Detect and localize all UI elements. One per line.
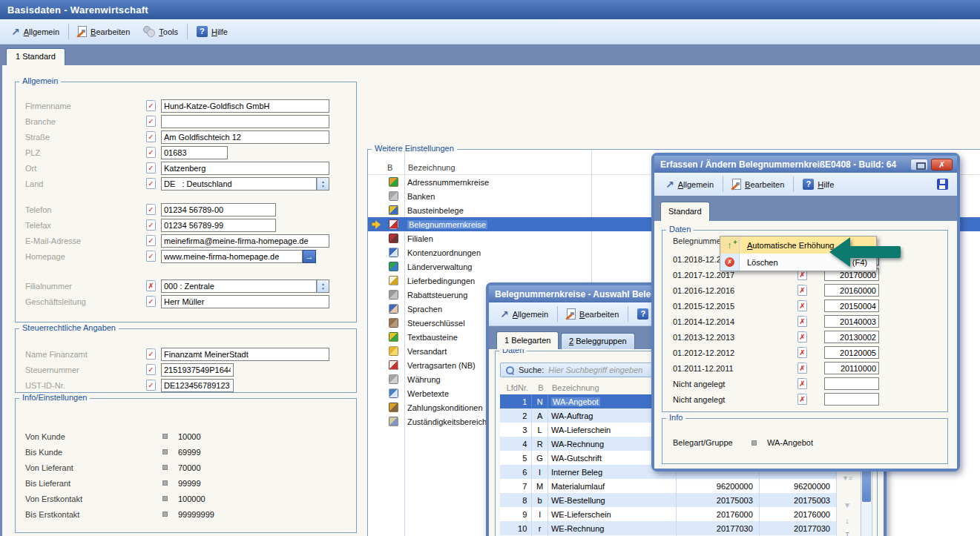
belegnr-input[interactable]: 20150004 bbox=[824, 300, 879, 312]
field-label: Homepage bbox=[25, 252, 146, 261]
doc-x-icon[interactable] bbox=[798, 285, 807, 296]
field-input[interactable] bbox=[161, 219, 276, 232]
save-icon[interactable] bbox=[937, 179, 948, 190]
menu-tools[interactable]: Tools bbox=[137, 24, 185, 39]
sd-menu-allgemein[interactable]: ↗ Allgemein bbox=[493, 308, 555, 321]
belegnr-row-7: 01.2011-12.201120110000 bbox=[662, 360, 947, 376]
scroll-end-icon[interactable]: ↧ bbox=[838, 531, 856, 536]
cell-b: L bbox=[532, 423, 548, 437]
doc-check-icon[interactable] bbox=[146, 178, 156, 189]
belegnr-input[interactable] bbox=[824, 393, 879, 406]
steuer-field-input[interactable] bbox=[161, 363, 234, 377]
menu-hilfe[interactable]: ? Hilfe bbox=[190, 24, 234, 39]
settings-item-icon bbox=[389, 374, 398, 384]
scroll-down-icon[interactable]: ↓ bbox=[838, 516, 856, 525]
ed-menu-hilfe[interactable]: ? Hilfe bbox=[796, 176, 841, 192]
belegnr-input[interactable]: 20110000 bbox=[824, 362, 879, 374]
belegnr-range-label: 01.2017-12.2017 bbox=[673, 271, 798, 279]
field-input-wrap: ▲▼ bbox=[161, 279, 329, 293]
field-input[interactable] bbox=[161, 250, 303, 263]
doc-check-icon[interactable] bbox=[146, 116, 156, 127]
doc-check-icon[interactable] bbox=[146, 204, 156, 215]
settings-item-label: Bausteinbelege bbox=[404, 206, 464, 215]
table-row-10[interactable]: 10rWE-Rechnung2017703020177030 bbox=[500, 521, 837, 535]
field-input[interactable] bbox=[161, 162, 329, 175]
doc-x-icon[interactable] bbox=[798, 331, 807, 343]
doc-check-icon[interactable] bbox=[146, 251, 156, 262]
sd-scrollbar-thumb[interactable] bbox=[862, 469, 871, 502]
spinner-down-icon[interactable]: ▼ bbox=[321, 184, 325, 188]
doc-x-icon[interactable] bbox=[146, 280, 156, 291]
belegnr-input[interactable]: 20160000 bbox=[824, 284, 879, 297]
field-input[interactable] bbox=[161, 177, 317, 191]
cell-bezeichnung-text: WA-Lieferschein bbox=[551, 426, 611, 434]
doc-check-icon[interactable] bbox=[146, 162, 156, 173]
field-input[interactable] bbox=[161, 115, 329, 128]
field-input[interactable] bbox=[161, 146, 228, 159]
settings-item-text: Belegnummernkreise bbox=[407, 220, 487, 229]
doc-check-icon[interactable] bbox=[146, 364, 156, 375]
steuer-field-input[interactable] bbox=[161, 379, 234, 392]
tab-belegarten[interactable]: 1 Belegarten bbox=[496, 331, 559, 349]
arrow-head bbox=[375, 220, 381, 229]
spinner-down-icon[interactable]: ▼ bbox=[321, 286, 325, 291]
field-row: Telefax bbox=[25, 218, 356, 232]
doc-check-icon[interactable] bbox=[146, 100, 156, 111]
doc-check-icon[interactable] bbox=[146, 348, 156, 360]
field-input[interactable] bbox=[161, 234, 329, 248]
tab-standard[interactable]: 1 Standard bbox=[6, 48, 65, 65]
doc-check-icon[interactable] bbox=[146, 296, 156, 307]
field-input[interactable] bbox=[161, 279, 317, 293]
field-input[interactable] bbox=[161, 130, 329, 144]
belegnr-input[interactable]: 20120005 bbox=[824, 346, 879, 359]
edit-dialog: Erfassen / Ändern BelegnummernkreißE0408… bbox=[651, 153, 960, 472]
doc-x-icon[interactable] bbox=[798, 394, 807, 405]
menu-item-automatische-erhoehung[interactable]: ↑ Automatische Erhöhung bbox=[720, 236, 876, 254]
belegnr-input[interactable] bbox=[824, 377, 879, 390]
edit-dialog-titlebar[interactable]: Erfassen / Ändern BelegnummernkreißE0408… bbox=[654, 156, 957, 173]
ed-menu-allgemein[interactable]: ↗ Allgemein bbox=[659, 178, 720, 191]
menu-item-loeschen[interactable]: ✗ Löschen (F4) bbox=[720, 254, 876, 271]
ed-info-label: Belegart/Gruppe bbox=[673, 438, 752, 447]
doc-check-icon[interactable] bbox=[146, 235, 156, 246]
doc-x-icon[interactable] bbox=[798, 378, 807, 389]
filter-icon[interactable]: ▼≡ bbox=[838, 474, 856, 482]
field-input-wrap bbox=[161, 295, 329, 308]
field-input[interactable] bbox=[161, 203, 276, 216]
sd-menu-bearbeiten[interactable]: Bearbeiten bbox=[560, 306, 625, 322]
table-row-7[interactable]: 7MMaterialumlauf9620000096200000 bbox=[500, 479, 837, 493]
settings-item-label: Rabattsteuerung bbox=[404, 291, 467, 300]
spinner-control[interactable]: ▲▼ bbox=[317, 279, 329, 293]
open-homepage-button[interactable]: → bbox=[303, 250, 316, 263]
belegnr-input[interactable]: 20130002 bbox=[824, 331, 879, 343]
doc-x-icon[interactable] bbox=[798, 316, 807, 327]
settings-item-icon bbox=[389, 346, 398, 356]
belegnr-input[interactable]: 20140003 bbox=[824, 315, 879, 328]
doc-check-icon[interactable] bbox=[146, 147, 156, 158]
toolbar-separator bbox=[628, 306, 628, 322]
close-button[interactable]: ✗ bbox=[931, 159, 953, 171]
field-input[interactable] bbox=[161, 295, 329, 308]
doc-x-icon[interactable] bbox=[798, 347, 807, 358]
tab-standard-edit[interactable]: Standard bbox=[660, 202, 710, 221]
settings-item-label: Werbetexte bbox=[404, 389, 449, 398]
table-row-9[interactable]: 9lWE-Lieferschein2017600020176000 bbox=[500, 507, 837, 521]
spinner-control[interactable]: ▲▼ bbox=[317, 177, 329, 191]
group-info-einstellungen: Info/Einstellungen Von Kunde10000Bis Kun… bbox=[15, 398, 357, 533]
settings-item-icon bbox=[389, 403, 398, 412]
menu-allgemein[interactable]: ↗ Allgemein bbox=[4, 25, 66, 39]
doc-x-icon[interactable] bbox=[798, 300, 807, 311]
field-input[interactable] bbox=[161, 99, 329, 113]
doc-check-icon[interactable] bbox=[146, 131, 156, 142]
ed-menu-bearbeiten[interactable]: Bearbeiten bbox=[726, 176, 791, 192]
table-row-8[interactable]: 8bWE-Bestellung2017500320175003 bbox=[500, 493, 837, 507]
steuer-field-input[interactable] bbox=[161, 348, 329, 361]
doc-check-icon[interactable] bbox=[146, 380, 156, 391]
increase-icon-cell: ↑ bbox=[720, 236, 740, 254]
doc-check-icon[interactable] bbox=[146, 219, 156, 231]
tab-beleggruppen[interactable]: 2 Beleggruppen bbox=[561, 333, 635, 349]
scroll-down-small-icon[interactable]: ▼ bbox=[838, 501, 856, 509]
menu-bearbeiten[interactable]: Bearbeiten bbox=[71, 24, 137, 39]
doc-x-icon[interactable] bbox=[798, 363, 807, 374]
minimize-button[interactable] bbox=[910, 159, 928, 171]
